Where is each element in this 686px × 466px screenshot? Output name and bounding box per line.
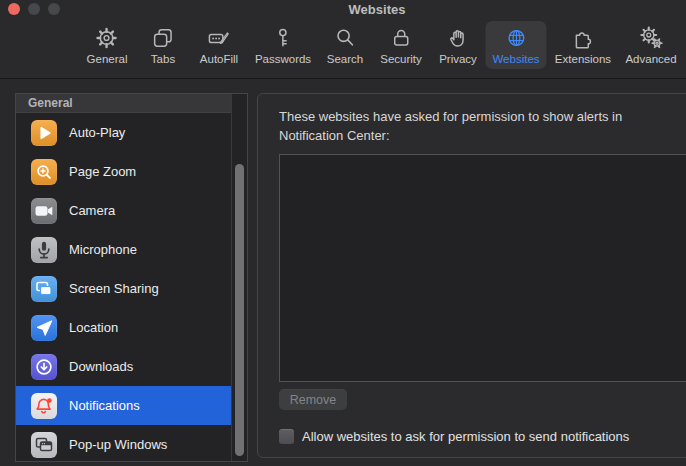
sidebar-item-pop-up-windows[interactable]: Pop-up Windows xyxy=(16,425,231,461)
sidebar-item-page-zoom[interactable]: Page Zoom xyxy=(16,152,231,191)
sidebar-rows: Auto-Play Page Zoom Camera Microphone Sc… xyxy=(16,113,231,461)
location-icon xyxy=(31,315,57,341)
toolbar-tab-label: Privacy xyxy=(439,53,477,65)
sidebar-item-label: Microphone xyxy=(69,242,137,257)
sidebar-item-label: Notifications xyxy=(69,398,140,413)
toolbar-tab-search[interactable]: Search xyxy=(320,21,370,69)
remove-button[interactable]: Remove xyxy=(279,389,347,410)
toolbar-tab-advanced[interactable]: Advanced xyxy=(618,21,683,69)
notifications-settings-panel: These websites have asked for permission… xyxy=(257,93,686,458)
hand-icon xyxy=(446,24,470,52)
safari-preferences-window: Websites General Tabs AutoFill xyxy=(0,0,686,466)
toolbar-tab-label: Passwords xyxy=(255,53,311,65)
puzzle-icon xyxy=(571,24,595,52)
sidebar-item-microphone[interactable]: Microphone xyxy=(16,230,231,269)
allow-ask-permission-label: Allow websites to ask for permission to … xyxy=(302,429,629,444)
downloads-icon xyxy=(31,354,57,380)
sidebar-section-header: General xyxy=(16,94,231,113)
toolbar-tab-security[interactable]: Security xyxy=(373,21,429,69)
toolbar-tab-label: Extensions xyxy=(555,53,611,65)
sidebar-item-auto-play[interactable]: Auto-Play xyxy=(16,113,231,152)
close-button[interactable] xyxy=(8,3,20,15)
gears-icon xyxy=(639,24,663,52)
sidebar-item-notifications[interactable]: Notifications xyxy=(16,386,231,425)
toolbar-tab-tabs[interactable]: Tabs xyxy=(144,21,182,69)
zoom-button[interactable] xyxy=(48,3,60,15)
toolbar-tab-label: Advanced xyxy=(625,53,676,65)
toolbar-tab-label: Tabs xyxy=(151,53,175,65)
minimize-button[interactable] xyxy=(28,3,40,15)
tabs-icon xyxy=(151,24,175,52)
toolbar-tab-autofill[interactable]: AutoFill xyxy=(193,21,245,69)
sidebar-item-screen-sharing[interactable]: Screen Sharing xyxy=(16,269,231,308)
page-zoom-icon xyxy=(31,159,57,185)
toolbar-tab-label: AutoFill xyxy=(200,53,238,65)
auto-play-icon xyxy=(31,120,57,146)
notifications-icon xyxy=(31,393,57,419)
globe-icon xyxy=(504,24,528,52)
toolbar-tab-label: Search xyxy=(327,53,363,65)
allow-ask-permission-row[interactable]: Allow websites to ask for permission to … xyxy=(279,429,629,444)
toolbar-tab-label: General xyxy=(87,53,128,65)
toolbar-tab-websites[interactable]: Websites xyxy=(485,21,546,69)
camera-icon xyxy=(31,198,57,224)
sidebar-item-label: Auto-Play xyxy=(69,125,125,140)
toolbar-tab-passwords[interactable]: Passwords xyxy=(248,21,318,69)
microphone-icon xyxy=(31,237,57,263)
lock-icon xyxy=(389,24,413,52)
popup-windows-icon xyxy=(31,432,57,458)
allow-ask-permission-checkbox[interactable] xyxy=(279,429,294,444)
websites-sidebar: General Auto-Play Page Zoom Camera Micro… xyxy=(15,93,248,462)
sidebar-item-downloads[interactable]: Downloads xyxy=(16,347,231,386)
toolbar-tab-general[interactable]: General xyxy=(80,21,135,69)
toolbar-tab-privacy[interactable]: Privacy xyxy=(432,21,484,69)
sidebar-scroll-area: General Auto-Play Page Zoom Camera Micro… xyxy=(16,94,231,461)
sidebar-item-location[interactable]: Location xyxy=(16,308,231,347)
permission-description-line1: These websites have asked for permission… xyxy=(279,107,659,126)
sidebar-scrollbar-thumb[interactable] xyxy=(235,164,244,456)
sidebar-scrollbar-track xyxy=(231,94,247,461)
permission-description-line2: Notification Center: xyxy=(279,126,659,145)
sidebar-item-label: Camera xyxy=(69,203,115,218)
websites-permission-list[interactable] xyxy=(279,154,686,382)
sidebar-item-label: Page Zoom xyxy=(69,164,136,179)
toolbar-tab-extensions[interactable]: Extensions xyxy=(548,21,618,69)
search-icon xyxy=(333,24,357,52)
window-title: Websites xyxy=(349,2,406,17)
sidebar-item-camera[interactable]: Camera xyxy=(16,191,231,230)
sidebar-item-label: Screen Sharing xyxy=(69,281,159,296)
key-icon xyxy=(271,24,295,52)
sidebar-item-label: Location xyxy=(69,320,118,335)
sidebar-item-label: Downloads xyxy=(69,359,133,374)
titlebar: Websites xyxy=(0,0,686,18)
screen-sharing-icon xyxy=(31,276,57,302)
preferences-toolbar: General Tabs AutoFill Passwords Search S… xyxy=(0,18,686,79)
toolbar-tab-label: Websites xyxy=(492,53,539,65)
gear-icon xyxy=(95,24,119,52)
sidebar-item-label: Pop-up Windows xyxy=(69,437,167,452)
autofill-icon xyxy=(207,24,231,52)
permission-description: These websites have asked for permission… xyxy=(279,107,659,145)
toolbar-tab-label: Security xyxy=(380,53,422,65)
